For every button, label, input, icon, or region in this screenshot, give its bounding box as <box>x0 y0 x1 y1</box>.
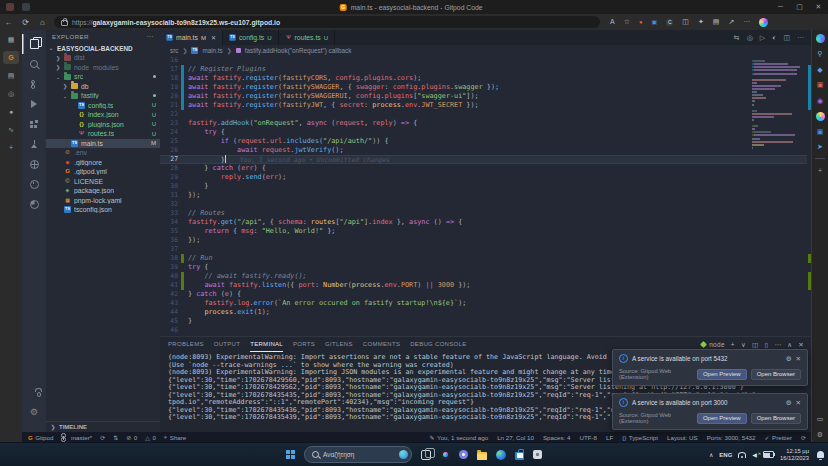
app-button[interactable] <box>533 447 542 462</box>
explorer-item-.env[interactable]: ⚙.env <box>46 148 160 158</box>
search-icon[interactable]: ⚲ <box>816 50 825 59</box>
dropdown-icon[interactable]: ∨ <box>741 341 746 349</box>
language-indicator[interactable]: ENG <box>719 452 732 458</box>
close-icon[interactable]: ✕ <box>796 399 801 407</box>
explorer-item-dist[interactable]: ❯dist <box>46 53 160 63</box>
minimize-button[interactable]: ─ <box>771 0 790 14</box>
address-bar[interactable]: https://galaxygamin-easysocialb-to9n8z19… <box>54 16 600 28</box>
refresh-icon[interactable]: ⟳ <box>17 18 34 27</box>
code-line-28[interactable]: 28 } catch (err) { <box>160 164 807 173</box>
clock[interactable]: 12:15 μμ 16/12/2023 <box>780 448 809 460</box>
close-button[interactable]: ✕ <box>809 0 828 14</box>
code-line-34[interactable]: 34fastify.get("/api", { schema: routes["… <box>160 218 807 227</box>
explorer-item-pnpm-lock.yaml[interactable]: ▦pnpm-lock.yaml <box>46 196 160 206</box>
editor-tab-routes.ts[interactable]: Ψroutes.tsU <box>279 30 335 45</box>
toggle-theme-icon[interactable]: ◐ <box>772 34 776 41</box>
panel-tab-comments[interactable]: COMMENTS <box>363 337 400 352</box>
code-line-21[interactable]: 21await fastify.register(fastifyJWT, { s… <box>160 101 807 110</box>
code-line-42[interactable]: 42} catch (e) { <box>160 290 807 299</box>
tab-document[interactable]: ▤ <box>3 69 19 82</box>
code-line-26[interactable]: 26 await request.jwtVerify(); <box>160 146 807 155</box>
explorer-root[interactable]: ⌄ EASYSOCIAL-BACKEND <box>46 43 160 53</box>
favorites-icon[interactable]: ☆ <box>624 17 630 27</box>
code-line-45[interactable]: 45} <box>160 317 807 326</box>
code-line-40[interactable]: 40 // await fastify.ready(); <box>160 272 807 281</box>
split-editor-icon[interactable]: ◫ <box>783 34 790 42</box>
collections-icon[interactable]: ✦ <box>698 17 704 27</box>
explorer-item-plugins.json[interactable]: {}plugins.jsonU <box>46 120 160 130</box>
notification-bell-icon[interactable] <box>817 451 824 458</box>
more-icon[interactable]: ⋯ <box>797 34 804 42</box>
panel-tab-problems[interactable]: PROBLEMS <box>168 337 204 352</box>
tab-preview[interactable]: ◎ <box>3 87 19 100</box>
code-line-22[interactable]: 22 <box>160 110 807 119</box>
store-button[interactable] <box>515 447 524 462</box>
run-icon[interactable]: ▷ <box>760 34 765 42</box>
copilot-icon[interactable] <box>816 34 825 43</box>
terminal-shell-chip[interactable]: node <box>701 341 725 348</box>
copilot-profile-icon[interactable] <box>759 18 768 27</box>
code-line-23[interactable]: 23fastify.addHook("onRequest", async (re… <box>160 119 807 128</box>
code-line-17[interactable]: 17// Register Plugins <box>160 65 807 74</box>
activity-explorer[interactable] <box>22 34 46 54</box>
breadcrumb-file[interactable]: main.ts <box>202 47 222 54</box>
taskbar-search[interactable]: Αναζήτηση <box>304 446 412 463</box>
hidden-icons-chevron-icon[interactable]: ∧ <box>709 451 713 458</box>
status-errors[interactable]: ⊘0 <box>126 434 137 441</box>
explorer-item-src[interactable]: ⌄src <box>46 72 160 82</box>
code-line-33[interactable]: 33// Routes <box>160 209 807 218</box>
code-line-31[interactable]: 31}); <box>160 191 807 200</box>
code-line-19[interactable]: 19await fastify.register(fastifySWAGGER,… <box>160 83 807 92</box>
panel-tab-ports[interactable]: PORTS <box>293 337 315 352</box>
games-icon[interactable] <box>816 112 825 121</box>
explorer-item-node_modules[interactable]: ❯node_modules <box>46 63 160 73</box>
kill-icon[interactable]: ▯ <box>764 341 768 349</box>
read-aloud-icon[interactable]: A <box>610 17 615 27</box>
editor-tab-main.ts[interactable]: TSmain.tsM✕ <box>160 30 223 45</box>
panel-tab-gitlens[interactable]: GITLENS <box>325 337 353 352</box>
code-line-30[interactable]: 30 } <box>160 182 807 191</box>
activity-testing[interactable] <box>22 134 46 154</box>
code-line-27[interactable]: 27 }You, 1 second ago • Uncommitted chan… <box>160 155 807 164</box>
share-icon[interactable]: ↗ <box>728 17 734 27</box>
close-icon[interactable]: ✕ <box>796 355 801 363</box>
start-button[interactable] <box>286 447 295 462</box>
wifi-icon[interactable] <box>738 452 746 458</box>
people-icon[interactable]: ◉ <box>816 96 825 105</box>
activity-gitpod[interactable] <box>22 154 46 174</box>
tab-github[interactable]: ● <box>3 105 19 118</box>
status-sync[interactable]: ⟳ <box>100 434 105 441</box>
volume-muted-icon[interactable]: ◀ <box>752 451 757 458</box>
compare-icon[interactable]: ◎ <box>747 34 753 42</box>
breadcrumb-src[interactable]: src <box>170 47 178 54</box>
maximize-button[interactable]: ▢ <box>790 0 809 14</box>
panel-tab-debug-console[interactable]: DEBUG CONSOLE <box>410 337 466 352</box>
file-explorer-button[interactable] <box>477 447 487 462</box>
close-icon[interactable]: ✕ <box>798 341 804 349</box>
status-encoding[interactable]: UTF-8 <box>579 434 597 441</box>
explorer-more-icon[interactable]: ⋯ <box>147 33 154 41</box>
breadcrumb[interactable]: src ❯ TS main.ts ❯ fastify.addHook("onRe… <box>160 45 812 56</box>
code-line-35[interactable]: 35 return { msg: "Hello, World!" }; <box>160 227 807 236</box>
explorer-item-tsconfig.json[interactable]: TStsconfig.json <box>46 205 160 215</box>
code-line-29[interactable]: 29 reply.send(err); <box>160 173 807 182</box>
timeline-section[interactable]: ❯ TIMELINE <box>46 421 160 432</box>
tab-gitpod[interactable]: G <box>3 51 19 64</box>
more-icon[interactable]: ⋯ <box>774 341 781 349</box>
explorer-item-config.ts[interactable]: TSconfig.tsU <box>46 101 160 111</box>
copilot-button[interactable] <box>440 447 450 462</box>
home-icon[interactable]: ⌂ <box>34 18 51 27</box>
explorer-item-routes.ts[interactable]: Ψroutes.tsU <box>46 129 160 139</box>
maximize-icon[interactable]: ∧ <box>787 341 792 349</box>
code-line-24[interactable]: 24 try { <box>160 128 807 137</box>
explorer-item-LICENSE[interactable]: ©LICENSE <box>46 177 160 187</box>
activity-run-debug[interactable] <box>22 94 46 114</box>
code-line-36[interactable]: 36}); <box>160 236 807 245</box>
panel-tab-terminal[interactable]: TERMINAL <box>250 337 283 352</box>
explorer-item-main.ts[interactable]: TSmain.tsM <box>46 139 160 149</box>
wallet-icon[interactable]: ▤ <box>713 17 720 27</box>
add-icon[interactable]: + <box>816 166 825 175</box>
code-line-20[interactable]: 20await fastify.register(fastifySWAGGERU… <box>160 92 807 101</box>
minimap[interactable] <box>749 56 805 330</box>
split-icon[interactable]: ◫ <box>752 341 758 349</box>
